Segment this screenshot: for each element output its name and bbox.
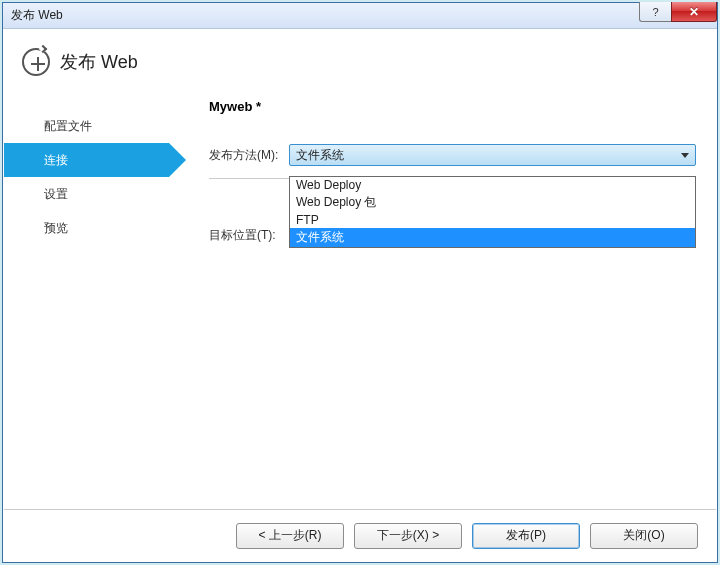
close-icon: ✕	[689, 5, 699, 19]
publish-web-icon	[22, 48, 50, 76]
target-location-label: 目标位置(T):	[209, 227, 276, 244]
sidebar-item-profile[interactable]: 配置文件	[4, 109, 169, 143]
next-button[interactable]: 下一步(X) >	[354, 523, 462, 549]
prev-button[interactable]: < 上一步(R)	[236, 523, 344, 549]
publish-button[interactable]: 发布(P)	[472, 523, 580, 549]
option-web-deploy[interactable]: Web Deploy	[290, 177, 695, 193]
option-web-deploy-package[interactable]: Web Deploy 包	[290, 193, 695, 212]
wizard-sidebar: 配置文件 连接 设置 预览	[4, 94, 169, 245]
publish-method-dropdown[interactable]: Web Deploy Web Deploy 包 FTP 文件系统	[289, 176, 696, 248]
publish-method-row: 发布方法(M): 文件系统	[209, 144, 696, 166]
sidebar-item-settings[interactable]: 设置	[4, 177, 169, 211]
window-title: 发布 Web	[11, 7, 63, 24]
profile-name: Myweb *	[209, 99, 696, 114]
publish-method-label: 发布方法(M):	[209, 147, 289, 164]
option-ftp[interactable]: FTP	[290, 212, 695, 228]
close-window-button[interactable]: ✕	[671, 2, 717, 22]
dialog-footer: < 上一步(R) 下一步(X) > 发布(P) 关闭(O)	[4, 509, 716, 561]
sidebar-item-label: 配置文件	[44, 118, 92, 135]
sidebar-item-connection[interactable]: 连接	[4, 143, 169, 177]
sidebar-item-label: 预览	[44, 220, 68, 237]
option-file-system[interactable]: 文件系统	[290, 228, 695, 247]
close-button[interactable]: 关闭(O)	[590, 523, 698, 549]
dialog-body: 配置文件 连接 设置 预览 Myweb * 发布方法(M): 文件系统	[4, 94, 716, 245]
sidebar-item-preview[interactable]: 预览	[4, 211, 169, 245]
titlebar[interactable]: 发布 Web ? ✕	[3, 3, 717, 29]
window-controls: ? ✕	[639, 2, 717, 22]
help-button[interactable]: ?	[639, 2, 671, 22]
sidebar-item-label: 连接	[44, 152, 68, 169]
publish-method-combobox[interactable]: 文件系统	[289, 144, 696, 166]
dialog-title: 发布 Web	[60, 50, 138, 74]
client-area: 发布 Web 配置文件 连接 设置 预览 Myweb *	[4, 30, 716, 561]
help-icon: ?	[652, 6, 658, 18]
dialog-header: 发布 Web	[4, 30, 716, 94]
sidebar-item-label: 设置	[44, 186, 68, 203]
wizard-main: Myweb * 发布方法(M): 文件系统 目标位置(T): Web Deplo…	[169, 94, 716, 245]
dialog-window: 发布 Web ? ✕ 发布 Web 配置文件 连接 设置 预	[2, 2, 718, 563]
publish-method-selected: 文件系统	[296, 147, 344, 164]
chevron-down-icon	[681, 153, 689, 158]
